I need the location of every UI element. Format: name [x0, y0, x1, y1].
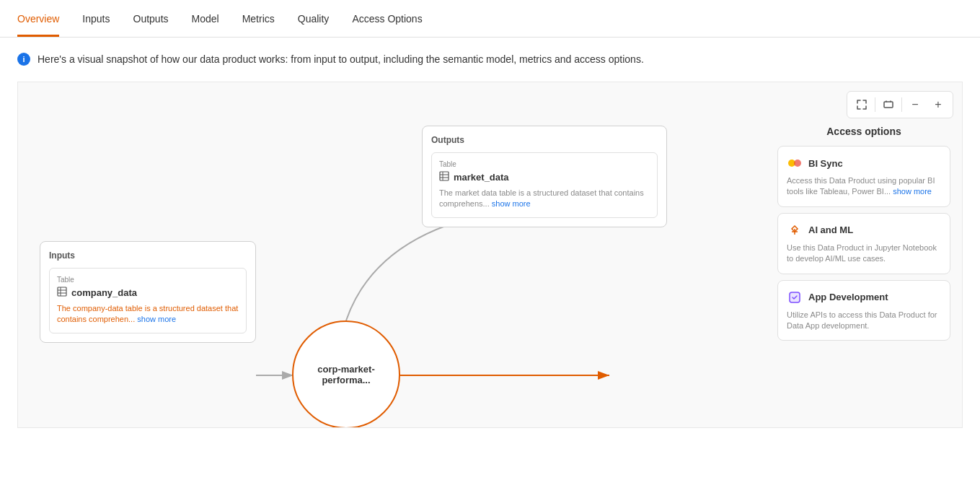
inputs-box: Inputs Table company_data The company-da…	[40, 241, 256, 343]
zoom-expand-button[interactable]	[852, 95, 872, 115]
bi-sync-show-more[interactable]: show more	[893, 187, 932, 196]
outputs-table-desc: The market data table is a structured da…	[439, 188, 650, 210]
ai-ml-title: AI and ML	[808, 224, 853, 235]
zoom-fit-button[interactable]	[878, 95, 899, 115]
ai-ml-card: AI and ML Use this Data Product in Jupyt…	[777, 213, 950, 274]
ai-ml-icon	[787, 222, 803, 238]
outputs-label: Outputs	[431, 135, 658, 145]
outputs-box: Outputs Table market_data The market dat…	[422, 126, 667, 227]
bi-sync-title: BI Sync	[808, 158, 843, 169]
info-icon: i	[17, 53, 30, 66]
zoom-controls: − +	[847, 91, 953, 118]
nav-tabs: Overview Inputs Outputs Model Metrics Qu…	[0, 0, 980, 38]
info-bar: i Here's a visual snapshot of how our da…	[0, 38, 980, 82]
central-node: corp-market-performa...	[292, 320, 400, 428]
svg-rect-5	[58, 287, 66, 296]
bi-sync-icon	[787, 155, 803, 171]
inputs-table-card: Table company_data The company-data tabl…	[49, 268, 247, 333]
app-dev-card: App Development Utilize APIs to access t…	[777, 280, 950, 341]
info-text: Here's a visual snapshot of how our data…	[37, 52, 644, 67]
ai-ml-desc: Use this Data Product in Jupyter Noteboo…	[787, 243, 941, 265]
bi-sync-header: BI Sync	[787, 155, 941, 171]
zoom-out-button[interactable]: −	[905, 95, 925, 115]
access-options-panel: Access options BI Sync Access this Data …	[777, 126, 950, 346]
canvas-area: − + Inputs Table	[17, 82, 963, 428]
tab-metrics[interactable]: Metrics	[242, 0, 275, 37]
app-dev-desc: Utilize APIs to access this Data Product…	[787, 310, 941, 332]
outputs-table-card: Table market_data The market data table …	[431, 152, 658, 218]
app-dev-icon	[787, 289, 803, 305]
tab-access-options[interactable]: Access Options	[352, 0, 422, 37]
tab-model[interactable]: Model	[192, 0, 219, 37]
svg-point-14	[794, 160, 801, 167]
tab-quality[interactable]: Quality	[298, 0, 330, 37]
app-dev-header: App Development	[787, 289, 941, 305]
bi-sync-desc: Access this Data Product using popular B…	[787, 175, 941, 198]
inputs-table-title: company_data	[57, 287, 239, 299]
inputs-table-desc: The company-data table is a structured d…	[57, 303, 239, 326]
tab-inputs[interactable]: Inputs	[82, 0, 110, 37]
inputs-table-type: Table	[57, 276, 239, 284]
outputs-table-type: Table	[439, 160, 650, 168]
outputs-table-icon	[439, 171, 449, 183]
outputs-show-more[interactable]: show more	[492, 199, 531, 208]
inputs-label: Inputs	[49, 250, 247, 261]
outputs-table-title: market_data	[439, 171, 650, 183]
svg-rect-9	[440, 172, 449, 180]
inputs-show-more[interactable]: show more	[137, 315, 176, 323]
tab-outputs[interactable]: Outputs	[133, 0, 169, 37]
table-icon	[57, 287, 67, 299]
ai-ml-header: AI and ML	[787, 222, 941, 238]
zoom-in-button[interactable]: +	[928, 95, 948, 115]
access-options-title: Access options	[777, 126, 950, 137]
svg-rect-0	[884, 102, 893, 108]
app-dev-title: App Development	[808, 292, 888, 302]
tab-overview[interactable]: Overview	[17, 0, 59, 37]
bi-sync-card: BI Sync Access this Data Product using p…	[777, 146, 950, 207]
